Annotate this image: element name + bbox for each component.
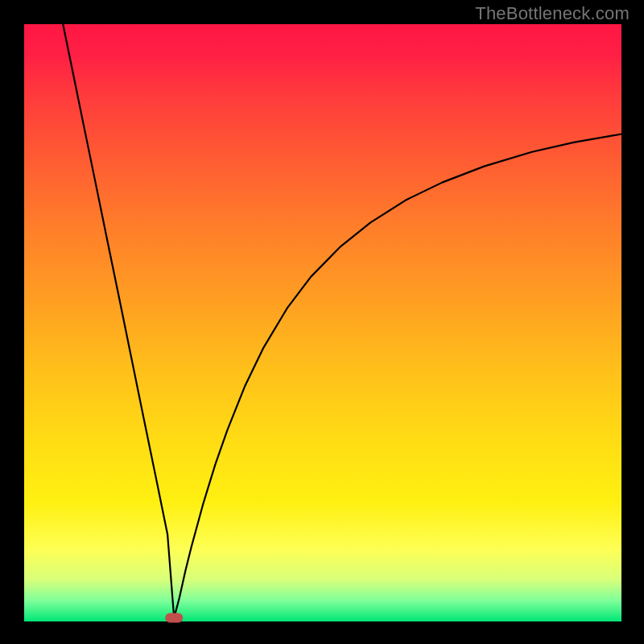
min-point-marker bbox=[165, 613, 183, 623]
bottleneck-chart bbox=[0, 0, 644, 644]
plot-background bbox=[24, 24, 621, 621]
watermark-label: TheBottleneck.com bbox=[475, 3, 630, 24]
chart-frame: TheBottleneck.com bbox=[0, 0, 644, 644]
